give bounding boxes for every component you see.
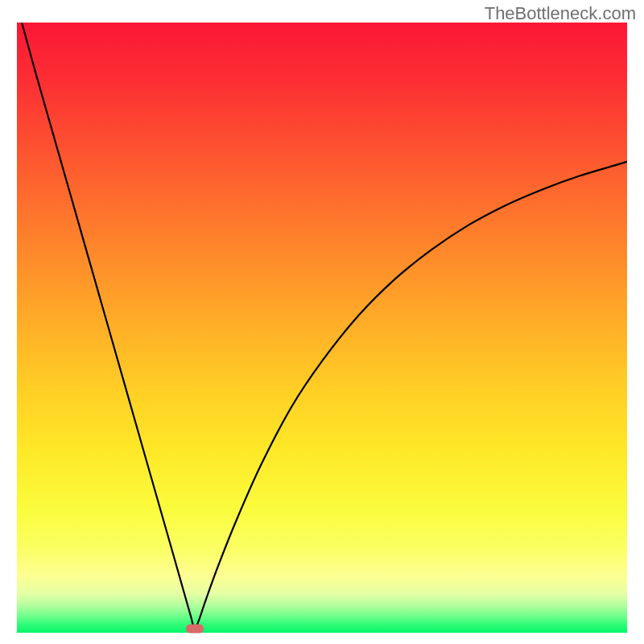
watermark-text: TheBottleneck.com [485, 3, 636, 24]
svg-rect-0 [17, 23, 627, 633]
gradient-background [17, 23, 627, 633]
plot-area [17, 23, 627, 633]
optimum-marker [186, 625, 204, 634]
chart-container: TheBottleneck.com [0, 0, 644, 644]
